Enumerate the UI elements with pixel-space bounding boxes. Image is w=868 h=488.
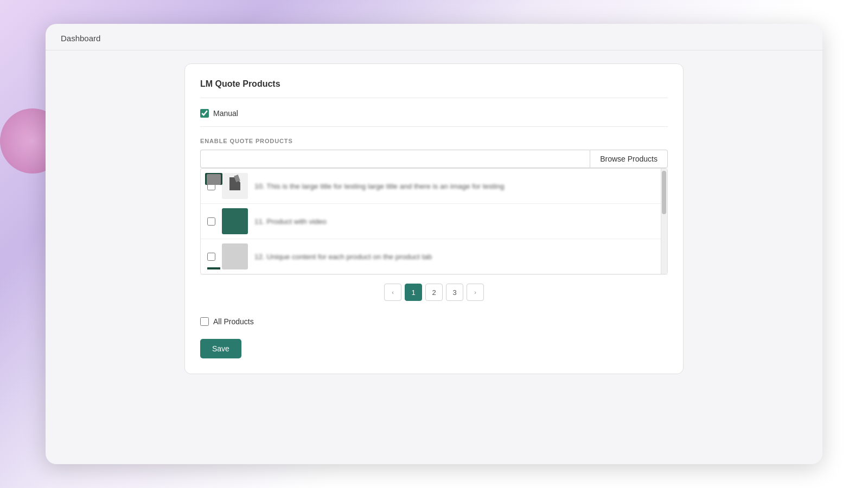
all-products-label: All Products: [213, 317, 254, 326]
product-name-12: 12. Unique content for each product on t…: [254, 253, 432, 261]
main-panel: LM Quote Products Manual ENABLE QUOTE PR…: [184, 63, 684, 374]
pagination-prev-button[interactable]: ‹: [384, 284, 401, 301]
scroll-thumb[interactable]: [662, 171, 666, 214]
manual-checkbox-label: Manual: [213, 109, 238, 118]
product-checkbox-12[interactable]: [207, 253, 215, 261]
product-row: 12. Unique content for each product on t…: [201, 239, 667, 274]
product-thumbnail-11: [222, 208, 248, 234]
manual-checkbox[interactable]: [200, 109, 209, 118]
panel-title: LM Quote Products: [200, 79, 668, 98]
products-list-container: 10. This is the large title for testing …: [200, 168, 668, 274]
product-thumbnail-12: [222, 243, 248, 269]
search-input[interactable]: [200, 150, 590, 168]
all-products-checkbox[interactable]: [200, 317, 209, 326]
search-row: Browse Products: [200, 150, 668, 168]
all-products-row: All Products: [200, 317, 668, 326]
product-checkbox-11[interactable]: [207, 217, 215, 226]
pagination-next-button[interactable]: ›: [467, 284, 484, 301]
window-title: Dashboard: [61, 34, 100, 43]
pagination-page-2-button[interactable]: 2: [425, 284, 443, 301]
pagination-page-1-button[interactable]: 1: [405, 284, 422, 301]
product-name-10: 10. This is the large title for testing …: [254, 182, 505, 190]
window-card: Dashboard LM Quote Products Manual ENABL…: [46, 24, 822, 464]
product-thumbnail-10: [222, 173, 248, 199]
scrollbar[interactable]: [661, 169, 667, 274]
save-button[interactable]: Save: [200, 339, 241, 358]
window-header: Dashboard: [46, 24, 822, 50]
pagination-page-3-button[interactable]: 3: [446, 284, 463, 301]
product-name-11: 11. Product with video: [254, 217, 327, 226]
products-list: 10. This is the large title for testing …: [201, 169, 667, 274]
pagination: ‹ 1 2 3 ›: [200, 274, 668, 305]
product-row: 11. Product with video: [201, 204, 667, 239]
product-row: 10. This is the large title for testing …: [201, 169, 667, 204]
window-content: LM Quote Products Manual ENABLE QUOTE PR…: [46, 50, 822, 464]
manual-checkbox-row: Manual: [200, 109, 668, 127]
browse-products-button[interactable]: Browse Products: [590, 150, 668, 168]
section-label: ENABLE QUOTE PRODUCTS: [200, 138, 668, 144]
